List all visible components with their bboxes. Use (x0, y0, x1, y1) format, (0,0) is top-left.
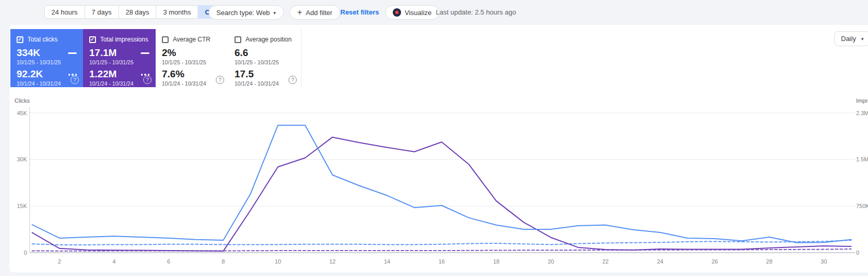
granularity-label: Daily (841, 35, 856, 43)
granularity-dropdown[interactable]: Daily ▾ (834, 31, 868, 46)
metric-value-previous: 7.6% (162, 69, 184, 80)
date-range-3-months[interactable]: 3 months (156, 5, 198, 19)
x-axis-tick: 4 (106, 258, 122, 265)
card-label: Total impressions (100, 36, 148, 43)
average-ctr-checkbox[interactable] (162, 36, 169, 43)
x-axis-tick: 28 (762, 258, 777, 265)
average-position-card[interactable]: Average position 6.6 10/1/25 - 10/31/25 … (228, 29, 301, 87)
date-range-28-days[interactable]: 28 days (119, 5, 157, 19)
search-console-performance-page: { "toolbar": { "date_ranges": ["24 hours… (0, 0, 868, 276)
toolbar: 24 hours 7 days 28 days 3 months Compare… (0, 0, 868, 24)
x-axis-tick: 8 (215, 258, 231, 265)
x-axis-tick: 20 (543, 258, 559, 265)
total-clicks-checkbox[interactable]: ✓ (17, 36, 23, 43)
date-range-24-hours[interactable]: 24 hours (44, 5, 85, 19)
x-axis-tick: 10 (270, 258, 286, 265)
toolbar-divider (203, 7, 204, 17)
x-axis-tick: 24 (652, 258, 668, 265)
help-icon[interactable]: ? (143, 76, 151, 84)
date-range-previous: 10/1/24 - 10/31/24 (162, 80, 222, 87)
date-range-7-days[interactable]: 7 days (85, 5, 119, 19)
x-axis-tick: 6 (161, 258, 176, 265)
date-range-current: 10/1/25 - 10/31/25 (17, 59, 77, 66)
right-axis-tick: 1.5M (856, 156, 868, 162)
total-impressions-checkbox[interactable]: ✓ (89, 36, 96, 43)
metric-value-current: 334K (17, 48, 40, 59)
card-label: Average CTR (173, 36, 210, 43)
date-range-previous: 10/1/24 - 10/31/24 (17, 80, 77, 87)
help-icon[interactable]: ? (288, 76, 297, 84)
metric-value-previous: 92.2K (17, 69, 43, 80)
search-type-dropdown[interactable]: Search type: Web ▾ (209, 5, 284, 20)
x-axis-tick: 14 (379, 258, 395, 265)
metric-value-current: 17.1M (89, 48, 117, 59)
dotted-line-legend-icon (68, 74, 77, 76)
x-axis-tick: 2 (52, 258, 67, 265)
x-axis-tick: 12 (325, 258, 340, 265)
visualize-label: Visualize (405, 9, 432, 17)
card-label: Total clicks (27, 36, 58, 43)
add-filter-label: Add filter (306, 9, 332, 17)
chevron-down-icon: ▾ (273, 11, 276, 16)
card-label: Average position (245, 36, 292, 43)
chevron-down-icon: ▾ (861, 37, 864, 42)
last-update-text: Last update: 2.5 hours ago (436, 8, 516, 16)
help-icon[interactable]: ? (71, 76, 79, 84)
date-range-current: 10/1/25 - 10/31/25 (162, 59, 222, 66)
metric-value-current: 2% (162, 48, 176, 59)
metric-value-previous: 1.22M (89, 69, 117, 80)
add-filter-button[interactable]: + Add filter (290, 5, 340, 20)
date-range-current: 10/1/25 - 10/31/25 (89, 59, 149, 66)
x-axis-tick: 18 (489, 258, 504, 265)
solid-line-legend-icon (141, 52, 149, 54)
right-axis-tick: 750K (856, 203, 868, 209)
right-axis-title: Impressions (856, 98, 868, 104)
x-axis-tick: 22 (598, 258, 613, 265)
date-range-current: 10/1/25 - 10/31/25 (235, 59, 295, 66)
right-axis-tick: 2.3M (856, 110, 868, 116)
solid-line-legend-icon (68, 52, 77, 54)
left-axis-tick: 0 (0, 250, 27, 256)
metric-value-previous: 17.5 (235, 69, 254, 80)
looker-studio-icon (393, 8, 401, 17)
visualize-button[interactable]: Visualize (385, 5, 439, 20)
x-axis-tick: 26 (707, 258, 723, 265)
x-axis-tick: 16 (434, 258, 449, 265)
average-ctr-card[interactable]: Average CTR 2% 10/1/25 - 10/31/25 7.6% 1… (156, 29, 229, 87)
left-axis-title: Clicks (15, 98, 30, 104)
right-axis-tick: 0 (856, 250, 868, 256)
date-range-previous: 10/1/24 - 10/31/24 (89, 80, 149, 87)
plus-icon: + (297, 8, 302, 17)
x-axis-tick: 30 (816, 258, 832, 265)
metric-value-current: 6.6 (235, 48, 248, 59)
search-type-label: Search type: Web (216, 9, 270, 17)
performance-panel: ✓ Total clicks 334K 10/1/25 - 10/31/25 9… (9, 25, 868, 272)
left-axis-tick: 30K (0, 156, 27, 162)
date-range-previous: 10/1/24 - 10/31/24 (235, 80, 295, 87)
reset-filters-link[interactable]: Reset filters (340, 8, 379, 16)
left-axis-tick: 45K (0, 110, 27, 116)
dotted-line-legend-icon (141, 74, 150, 76)
help-icon[interactable]: ? (216, 76, 224, 84)
left-axis-tick: 15K (0, 203, 27, 209)
average-position-checkbox[interactable] (235, 36, 241, 43)
total-impressions-card[interactable]: ✓ Total impressions 17.1M 10/1/25 - 10/3… (83, 29, 156, 87)
total-clicks-card[interactable]: ✓ Total clicks 334K 10/1/25 - 10/31/25 9… (10, 29, 83, 87)
